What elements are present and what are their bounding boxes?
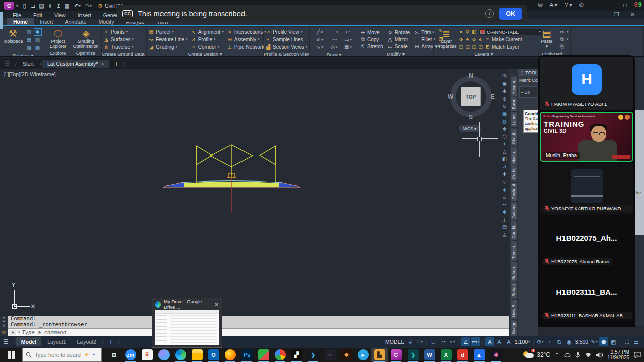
status-toggle[interactable]: ⌖▾ (448, 337, 457, 346)
status-toggle[interactable]: ∠▾ (461, 337, 470, 346)
tool-palette-item[interactable]: ⌁Co (519, 86, 537, 98)
qat-icon[interactable]: ▯ (20, 2, 29, 10)
help-icon[interactable]: ? ▾ (565, 2, 572, 8)
taskbar-app[interactable]: ○ (321, 348, 338, 362)
app-menu-arrow-icon[interactable]: ▾ (16, 4, 18, 8)
participant-tile[interactable]: YOSAFAT KARTIKO PURWANDON... (540, 163, 633, 215)
project-explorer-button[interactable]: ⬡ Project Explorer (47, 28, 69, 49)
tab-menu-icon[interactable]: ☰ (4, 60, 10, 68)
clipboard-tool-icon[interactable]: ⎘▾ (559, 43, 569, 50)
nav-tool-icon[interactable]: ❖ (502, 126, 507, 132)
ribbon-tool[interactable]: ◮Surfaces▾ (103, 36, 134, 43)
tab-close-icon[interactable]: ✕ (101, 62, 104, 66)
status-toggle[interactable]: ∷▾ (415, 337, 424, 346)
participant-tile[interactable]: H1B023111_BA... H1B023111_BASHAR AKMAL A… (540, 269, 633, 322)
participant-tile[interactable]: H1B022075_Ah... H1B022075_Ahmad Ramzi (540, 216, 633, 268)
taskbar-app[interactable]: ▞ (288, 348, 305, 362)
status-toggle[interactable]: ◉▾ (565, 337, 574, 346)
taskbar-app[interactable] (155, 348, 172, 362)
paste-button[interactable]: ▤ Paste ▾ (536, 28, 558, 50)
status-toggle[interactable]: ◩▾ (609, 337, 618, 346)
palette-toggle-icon[interactable]: ▥ (25, 28, 33, 36)
command-customize-icon[interactable]: ⚙ (2, 330, 6, 335)
ribbon-tool[interactable]: ⊞Assembly▾ (227, 36, 268, 43)
status-toggle[interactable]: |▾ (618, 337, 622, 346)
nav-tool-icon[interactable]: ▤ (502, 224, 507, 230)
viewcube-top-face[interactable]: TOP (461, 87, 481, 106)
taskbar-app[interactable]: ⊟ (106, 348, 122, 362)
new-tab-button[interactable]: + (110, 60, 122, 68)
status-toggle[interactable]: 3.500▾ (574, 337, 589, 346)
status-toggle[interactable]: ◔▾ (438, 337, 447, 346)
taskbar-app[interactable]: d (454, 348, 471, 362)
clipboard-tool-icon[interactable]: ✂▾ (559, 28, 569, 35)
ribbon-tab[interactable]: Insert (34, 18, 59, 25)
qat-icon[interactable]: ⊐ (29, 2, 37, 10)
ribbon-tab[interactable]: Home (7, 18, 34, 25)
layer-state-icon[interactable]: ◧ (471, 29, 477, 34)
taskbar-app[interactable]: zm (122, 348, 139, 362)
panel-label[interactable]: Layers ▾ (434, 51, 534, 56)
tool-palette-tab[interactable]: New R... (511, 300, 517, 319)
tool-palette-tab[interactable]: Media... (511, 147, 517, 166)
panel-label[interactable]: Draw ▾ (310, 52, 358, 56)
layer-tool-icon[interactable]: ◰ (458, 44, 464, 49)
layer-tool-icon[interactable]: ◳ (478, 44, 484, 49)
active-speaker-tile[interactable]: Praba Engineering Services Indonesia !! … (540, 112, 633, 162)
command-close-icon[interactable]: ✕ (2, 323, 6, 328)
taskbar-app[interactable]: W (421, 348, 438, 362)
ribbon-tool[interactable]: ▟Section Views▾ (265, 43, 307, 50)
status-toggle[interactable]: |▾ (425, 337, 428, 346)
status-toggle[interactable]: ☰▾ (632, 337, 641, 346)
layer-tool-icon[interactable]: ⬗ (458, 37, 464, 42)
modify-tool[interactable]: ⇱Stretch▾ (360, 43, 383, 50)
viewcube[interactable]: N S W E TOP (446, 71, 496, 122)
menu-item[interactable]: File (7, 12, 27, 18)
tray-expand-icon[interactable]: ⌃ (555, 352, 559, 358)
taskbar-app[interactable]: ⠿ (139, 348, 155, 362)
draw-tool-icon[interactable]: ◎▾ (328, 43, 341, 51)
qat-icon[interactable]: ⇓ (46, 2, 54, 10)
zoom-minimize-button[interactable]: — (601, 2, 606, 8)
palette-toggle-icon[interactable]: ▨ (25, 44, 33, 52)
modify-tool[interactable]: ⌒Fillet▾ (414, 36, 436, 43)
app-menu-button[interactable]: C (4, 2, 14, 10)
taskbar-app[interactable]: ❯ (305, 348, 321, 362)
drawing-viewport[interactable]: [-][Top][2D Wireframe] N S W E TOP WCS ▾ (0, 69, 509, 316)
panel-label[interactable]: Create Ground Data ▾ (102, 51, 146, 56)
tool-palette-tab[interactable]: Generic (511, 202, 517, 220)
layer-tool-icon[interactable]: ⬖ (478, 37, 484, 42)
ribbon-tool[interactable]: ✧Points▾ (103, 28, 134, 35)
tab-start[interactable]: Start (18, 60, 39, 68)
draw-tool-icon[interactable]: ∿▾ (313, 43, 327, 51)
command-input[interactable]: Type a command (22, 329, 67, 335)
status-toggle[interactable]: ⬟▾ (599, 337, 608, 346)
nav-tool-icon[interactable]: ◈ (503, 187, 507, 192)
close-button[interactable]: ✕ (630, 11, 635, 18)
palette-toggle-icon[interactable]: ▦ (25, 36, 33, 44)
viewcube-south[interactable]: S (469, 114, 473, 121)
status-toggle[interactable]: ▭▾ (471, 337, 480, 346)
layer-dropdown[interactable]: C-ANNO-TABL ▾ (478, 29, 543, 35)
layer-state-icon[interactable]: ● (458, 29, 464, 34)
status-toggle[interactable]: MODEL▾ (384, 337, 405, 346)
restore-button[interactable]: ❐ (614, 11, 619, 18)
ribbon-tool[interactable]: ⩘Profile View▾ (265, 28, 307, 35)
layout-menu-icon[interactable]: ☰ (3, 338, 9, 345)
layout-tab[interactable]: Layout1 (42, 337, 71, 346)
ribbon-tool[interactable]: ≋Corridor▾ (191, 43, 224, 50)
info-icon[interactable]: i (485, 9, 494, 18)
nav-tool-icon[interactable]: ⊿ (502, 164, 506, 169)
nav-tool-icon[interactable]: ◍ (502, 119, 507, 124)
nav-tool-icon[interactable]: ✦ (502, 141, 506, 147)
taskbar-app[interactable]: ▙ (371, 348, 388, 362)
command-recent-icon[interactable]: ▸ (10, 330, 16, 335)
layout-tab[interactable]: Layout2 (72, 337, 101, 346)
search-input[interactable] (35, 352, 81, 358)
store-cart-icon[interactable]: ⛁ (538, 2, 543, 8)
ribbon-tool[interactable]: ⋔Traverse▾ (103, 43, 134, 50)
nav-tool-icon[interactable]: △ (503, 149, 507, 154)
nav-tool-icon[interactable]: ✥ (502, 88, 506, 94)
ribbon-tool[interactable]: ∿Alignment▾ (191, 28, 224, 35)
layer-tool-icon[interactable]: ⬘ (465, 37, 470, 42)
